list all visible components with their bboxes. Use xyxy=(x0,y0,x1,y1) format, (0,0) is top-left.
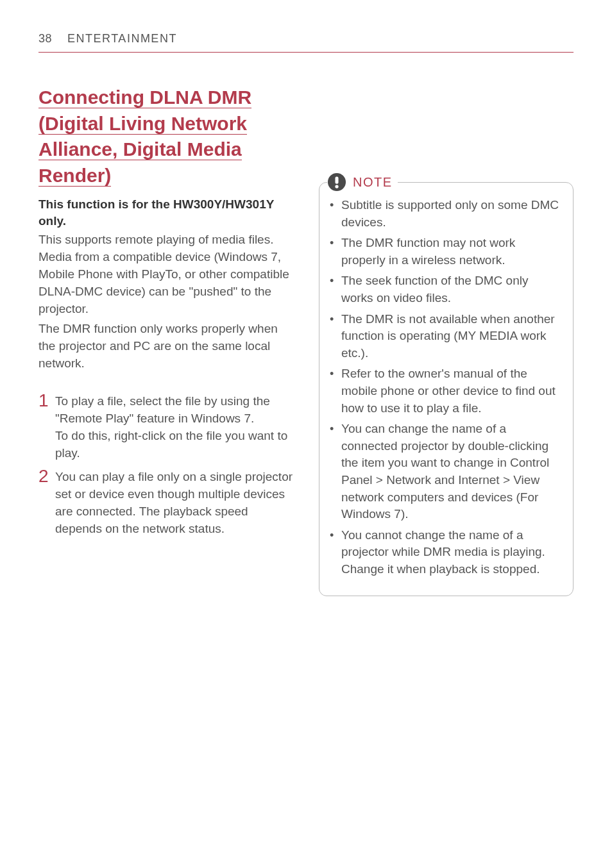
step-text: To play a file, select the file by using… xyxy=(55,393,293,462)
bullet-icon: • xyxy=(330,421,341,438)
bullet-icon: • xyxy=(330,527,341,544)
main-heading: Connecting DLNA DMR (Digital Living Netw… xyxy=(38,87,251,187)
step-text: You can play a file only on a single pro… xyxy=(55,469,293,538)
bullet-icon: • xyxy=(330,311,341,328)
bullet-icon: • xyxy=(330,272,341,290)
note-text: The seek function of the DMC only works … xyxy=(341,272,563,306)
note-box: NOTE • Subtitle is supported only on som… xyxy=(319,182,574,596)
step-number: 1 xyxy=(38,392,55,410)
note-label: NOTE xyxy=(353,175,393,190)
page-number: 38 xyxy=(38,32,52,46)
caution-icon xyxy=(327,172,346,192)
note-text: You can change the name of a connected p… xyxy=(341,421,563,523)
note-item: • You can change the name of a connected… xyxy=(330,421,563,523)
step-1-line-b: To do this, right-click on the file you … xyxy=(55,429,287,460)
page-header: 38 ENTERTAINMENT xyxy=(38,32,574,53)
step-2-line-a: You can play a file only on a single pro… xyxy=(55,470,293,535)
note-text: You cannot change the name of a projecto… xyxy=(341,527,563,578)
step-1: 1 To play a file, select the file by usi… xyxy=(38,393,293,462)
note-list: • Subtitle is supported only on some DMC… xyxy=(330,197,563,578)
right-column: NOTE • Subtitle is supported only on som… xyxy=(319,85,574,596)
svg-rect-0 xyxy=(335,177,338,184)
step-2: 2 You can play a file only on a single p… xyxy=(38,469,293,538)
bullet-icon: • xyxy=(330,197,341,214)
step-1-line-a: To play a file, select the file by using… xyxy=(55,394,270,425)
note-text: Refer to the owner's manual of the mobil… xyxy=(341,365,563,417)
note-item: • The seek function of the DMC only work… xyxy=(330,272,563,306)
body-paragraph-1: This supports remote playing of media fi… xyxy=(38,231,293,318)
note-legend: NOTE xyxy=(327,172,398,192)
note-text: Subtitle is supported only on some DMC d… xyxy=(341,197,563,231)
note-item: • The DMR is not available when another … xyxy=(330,311,563,362)
bullet-icon: • xyxy=(330,235,341,252)
content-columns: Connecting DLNA DMR (Digital Living Netw… xyxy=(38,85,574,596)
note-item: • Subtitle is supported only on some DMC… xyxy=(330,197,563,231)
body-paragraph-2: The DMR function only works properly whe… xyxy=(38,321,293,372)
note-text: The DMR function may not work properly i… xyxy=(341,235,563,269)
left-column: Connecting DLNA DMR (Digital Living Netw… xyxy=(38,85,293,596)
note-text: The DMR is not available when another fu… xyxy=(341,311,563,362)
step-number: 2 xyxy=(38,467,55,485)
note-item: • The DMR function may not work properly… xyxy=(330,235,563,269)
bullet-icon: • xyxy=(330,365,341,383)
note-item: • Refer to the owner's manual of the mob… xyxy=(330,365,563,417)
section-title: ENTERTAINMENT xyxy=(67,32,177,46)
heading-wrap: Connecting DLNA DMR (Digital Living Netw… xyxy=(38,85,293,188)
note-item: • You cannot change the name of a projec… xyxy=(330,527,563,578)
svg-point-1 xyxy=(335,185,338,188)
subheading: This function is for the HW300Y/HW301Y o… xyxy=(38,196,293,229)
